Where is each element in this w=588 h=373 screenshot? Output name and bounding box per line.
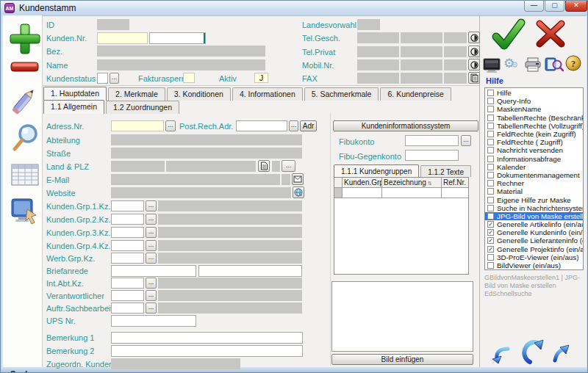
touch-screen-button[interactable]	[10, 196, 40, 228]
checkbox[interactable]: ✓	[487, 229, 494, 236]
tab-informationen[interactable]: 4. Informationen	[232, 87, 303, 101]
checkbox[interactable]	[487, 188, 494, 195]
werbgrp-field[interactable]	[111, 253, 144, 264]
postrechadr-field[interactable]	[236, 120, 287, 131]
briefanrede-field1[interactable]	[111, 265, 196, 277]
send-email-button[interactable]	[292, 173, 304, 185]
checkbox[interactable]: ✓	[487, 221, 494, 228]
adr-button[interactable]: Adr	[300, 120, 317, 131]
edit-record-button[interactable]	[10, 83, 40, 117]
help-list-item[interactable]: Informationsabfrage	[485, 155, 583, 163]
kundennr-field[interactable]	[97, 32, 148, 44]
help-list-item[interactable]: ✓Generelle Projektinfo (ein/aus)	[485, 245, 583, 253]
checkbox[interactable]	[487, 123, 494, 129]
kgrp4-field[interactable]	[111, 240, 144, 251]
briefanrede-field2[interactable]	[198, 265, 302, 277]
screen-button[interactable]	[483, 58, 501, 76]
help-list-item[interactable]: Rechner	[485, 179, 583, 187]
navigate-back-button[interactable]	[490, 346, 511, 368]
postrechadr-lookup-button[interactable]: ...	[289, 120, 298, 131]
kgrp4-lookup-button[interactable]: ...	[146, 240, 157, 251]
print-button[interactable]	[524, 57, 542, 75]
help-list-item[interactable]: MaskenName	[485, 105, 583, 113]
help-list-item[interactable]: Kalender	[485, 163, 583, 171]
tab-kundenpreise[interactable]: 6. Kundenpreise	[380, 87, 451, 101]
tab-texte[interactable]: 1.1.2 Texte	[420, 165, 471, 177]
help-list-item[interactable]: TabellenRechte (Beschränkung)	[485, 114, 583, 122]
help-list-item[interactable]: TabellenRechte (Vollzugriff)	[485, 122, 583, 130]
help-list-item[interactable]: JPG-Bild von Maske erstellen	[485, 212, 583, 220]
ok-button[interactable]	[490, 18, 526, 54]
fibukonto-lookup-button[interactable]: ...	[461, 135, 471, 146]
checkbox[interactable]: ✓	[487, 237, 494, 244]
address-doc-button[interactable]	[258, 160, 270, 172]
row-selector[interactable]	[334, 188, 343, 198]
kgrp3-field[interactable]	[111, 227, 144, 238]
kgrp2-field[interactable]	[111, 214, 144, 225]
kundeninformationssystem-button[interactable]: Kundeninformationssystem	[333, 120, 478, 131]
checkbox[interactable]	[487, 106, 494, 112]
intabt-field[interactable]	[111, 278, 144, 289]
open-website-button[interactable]	[293, 186, 304, 198]
document-search-button[interactable]	[545, 57, 564, 75]
ups-field[interactable]	[111, 315, 196, 327]
verantwortlicher-field[interactable]	[111, 290, 144, 301]
help-list-item[interactable]: 3D-ProE-Viewer (ein/aus)	[485, 253, 583, 261]
tab-hauptdaten[interactable]: 1. Hauptdaten	[43, 87, 107, 101]
help-list-item[interactable]: FeldRechte (kein Zugriff)	[485, 130, 583, 138]
checkbox[interactable]	[487, 156, 494, 162]
checkbox[interactable]	[487, 115, 494, 121]
dial-telgesch-button[interactable]	[468, 32, 480, 43]
adressnr-lookup-button[interactable]: ...	[165, 120, 176, 131]
checkbox[interactable]	[487, 180, 494, 186]
checkbox[interactable]	[487, 164, 494, 170]
help-list-item[interactable]: Hilfe	[485, 89, 583, 97]
minimize-button[interactable]: —	[524, 1, 544, 12]
help-list-item[interactable]: Material	[485, 187, 583, 195]
help-list-item[interactable]: ✓Generelle Kundeninfo (ein/aus)	[485, 228, 583, 236]
help-list-item[interactable]: Dokumentenmanagement	[485, 171, 583, 179]
col-bezeichnung[interactable]: Bezeichnung⇅	[382, 178, 442, 188]
checkbox[interactable]	[487, 172, 494, 178]
help-list-item[interactable]: Suche in Nachrichtensystem speic	[485, 204, 583, 212]
verantwortlicher-lookup-button[interactable]: ...	[146, 290, 157, 301]
checkbox[interactable]	[487, 254, 494, 261]
tab-sachmerkmale[interactable]: 5. Sachmerkmale	[304, 87, 379, 101]
tab-allgemein[interactable]: 1.1 Allgemein	[43, 100, 104, 114]
auftr-lookup-button[interactable]: ...	[146, 303, 157, 314]
add-record-button[interactable]	[10, 23, 40, 55]
help-list-item[interactable]: BildViewer (ein/aus)	[485, 261, 583, 269]
fibukonto-field[interactable]	[405, 135, 459, 146]
kgrp2-lookup-button[interactable]: ...	[146, 214, 157, 225]
fax-send-button[interactable]	[468, 72, 480, 84]
checkbox[interactable]	[487, 98, 494, 104]
auftr-field[interactable]	[111, 303, 144, 314]
checkbox[interactable]	[487, 262, 494, 269]
checkbox[interactable]	[487, 147, 494, 153]
col-refnr[interactable]: Ref.Nr.⇅	[442, 178, 468, 188]
kundenstatus-lookup-button[interactable]: ...	[110, 73, 119, 84]
fibugegenkonto-field[interactable]	[405, 150, 459, 161]
kundenstatus-field[interactable]	[97, 73, 108, 84]
search-record-button[interactable]	[10, 123, 40, 155]
table-view-button[interactable]	[10, 162, 40, 187]
fakturasperre-field[interactable]	[183, 73, 195, 83]
kgrp1-lookup-button[interactable]: ...	[146, 200, 157, 211]
aktiv-field[interactable]: J	[254, 73, 268, 83]
checkbox[interactable]	[487, 131, 494, 137]
table-row[interactable]	[334, 188, 468, 198]
tab-zuordnungen[interactable]: 1.2 Zuordnungen	[106, 101, 179, 114]
dial-mobil-button[interactable]	[468, 59, 480, 70]
bem1-field[interactable]	[111, 332, 303, 344]
dial-telprivat-button[interactable]	[468, 46, 480, 57]
bem2-field[interactable]	[111, 345, 303, 357]
help-list-item[interactable]: Nachricht versenden	[485, 146, 583, 154]
navigate-forward-button[interactable]	[551, 343, 571, 366]
checkbox[interactable]	[487, 213, 494, 220]
maximize-button[interactable]: ▢	[545, 1, 564, 12]
checkbox[interactable]	[487, 90, 494, 96]
cancel-button[interactable]	[534, 19, 567, 51]
checkbox[interactable]: ✓	[487, 246, 494, 253]
delete-record-button[interactable]	[10, 61, 40, 73]
col-kundengrp[interactable]: Kunden.Grp.	[343, 178, 382, 188]
